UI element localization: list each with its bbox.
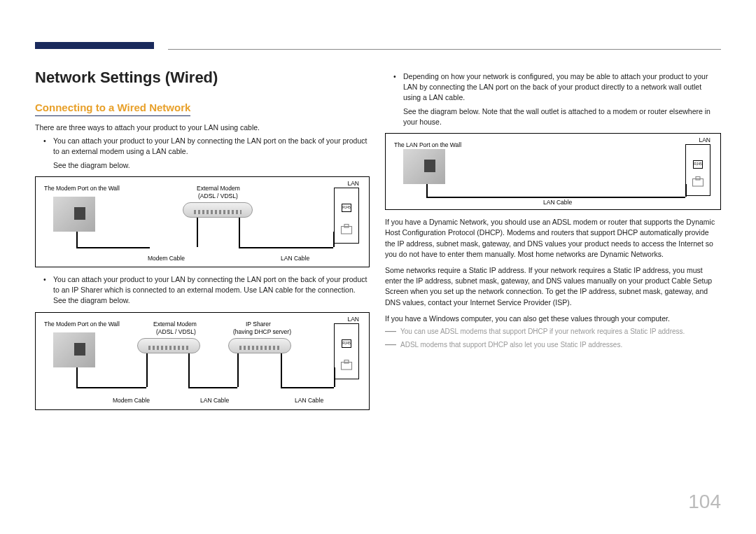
diag2-wall-plate-icon xyxy=(53,332,95,367)
cable-line xyxy=(146,353,148,387)
diag1-modem-icon xyxy=(183,202,253,218)
diag2-lancable1-label: LAN Cable xyxy=(200,396,229,405)
diag2-plug-icon xyxy=(74,343,85,356)
diag2-modem-icon xyxy=(137,338,200,353)
diag1-wall-label: The Modem Port on the Wall xyxy=(44,184,120,192)
bullet-2-text: You can attach your product to your LAN … xyxy=(53,274,370,307)
diag2-sharer-icon xyxy=(228,338,291,353)
bullet-dot-icon: • xyxy=(43,136,53,157)
diag2-modemcable-label: Modem Cable xyxy=(113,396,150,405)
paragraph-dhcp: If you have a Dynamic Network, you shoul… xyxy=(385,217,721,260)
cable-line xyxy=(281,353,282,387)
footnote-1-text: You can use ADSL modems that support DHC… xyxy=(400,327,721,337)
diag3-wall-plate-icon xyxy=(403,149,445,184)
footnote-2: ― ADSL modems that support DHCP also let… xyxy=(385,340,721,351)
cable-line xyxy=(76,247,150,248)
diag1-modemcable-label: Modem Cable xyxy=(148,254,185,262)
bullet-2: • You can attach your product to your LA… xyxy=(43,274,370,307)
diag3-wall-label: The LAN Port on the Wall xyxy=(394,141,461,149)
bullet-1-text: You can attach your product to your LAN … xyxy=(53,136,370,157)
cable-line xyxy=(426,184,428,197)
diag3-lan-device-icon: RJ45 xyxy=(685,144,710,196)
diag1-lancable-label: LAN Cable xyxy=(281,254,309,262)
cable-line xyxy=(333,232,335,247)
diag1-lan-device-icon: RJ45 xyxy=(334,188,359,244)
cable-line xyxy=(76,232,78,247)
see-diagram-3: See the diagram below. Note that the wal… xyxy=(403,106,721,127)
header-rule xyxy=(168,49,721,50)
svg-rect-1 xyxy=(344,224,349,227)
diag3-lancable-label: LAN Cable xyxy=(543,198,572,206)
footnote-2-text: ADSL modems that support DHCP also let y… xyxy=(400,340,721,351)
cable-line xyxy=(281,387,334,388)
footnote-dash-icon: ― xyxy=(385,340,400,351)
cable-line xyxy=(76,387,146,388)
diag3-lan-label: LAN xyxy=(699,136,710,144)
footnote-dash-icon: ― xyxy=(385,327,400,337)
paragraph-windows: If you have a Windows computer, you can … xyxy=(385,314,721,324)
svg-rect-5 xyxy=(696,177,700,181)
cable-line xyxy=(239,247,333,248)
cable-line xyxy=(685,184,687,197)
paragraph-static-ip: Some networks require a Static IP addres… xyxy=(385,265,721,308)
svg-rect-3 xyxy=(344,360,349,363)
cable-line xyxy=(188,353,190,387)
diag2-lan-label: LAN xyxy=(347,315,359,323)
section-title: Connecting to a Wired Network xyxy=(35,101,190,116)
cable-line xyxy=(237,353,239,387)
diag1-lan-label: LAN xyxy=(347,179,359,188)
see-diagram-1: See the diagram below. xyxy=(53,160,370,171)
diag2-lancable2-label: LAN Cable xyxy=(295,396,323,405)
cable-line xyxy=(239,218,240,247)
diag1-rj45-label: RJ45 xyxy=(342,204,351,212)
bullet-dot-icon: • xyxy=(43,274,53,307)
left-column: There are three ways to attach your prod… xyxy=(35,122,370,417)
cable-line xyxy=(76,367,78,387)
cable-line xyxy=(334,367,335,387)
cable-line xyxy=(197,218,198,247)
page-title: Network Settings (Wired) xyxy=(35,69,218,87)
right-column: • Depending on how your network is confi… xyxy=(385,69,721,353)
bullet-dot-icon: • xyxy=(393,71,403,104)
bullet-3: • Depending on how your network is confi… xyxy=(393,71,721,104)
diag2-lan-device-icon: RJ45 xyxy=(334,323,359,379)
diag2-modem-sublabel: (ADSL / VDSL) xyxy=(156,328,196,336)
page-number: 104 xyxy=(688,491,721,513)
diag3-plug-icon xyxy=(424,160,435,172)
cable-line xyxy=(188,387,237,388)
diag2-lan-port-icon xyxy=(340,359,353,372)
diag2-sharer-sublabel: (having DHCP server) xyxy=(233,328,291,336)
bullet-1: • You can attach your product to your LA… xyxy=(43,136,370,157)
header-accent-bar xyxy=(35,42,154,49)
diag2-rj45-label: RJ45 xyxy=(342,339,351,348)
diagram-3: The LAN Port on the Wall LAN RJ45 LAN Ca… xyxy=(385,133,721,210)
diag2-wall-label: The Modem Port on the Wall xyxy=(44,320,120,328)
diag3-rj45-label: RJ45 xyxy=(693,160,703,169)
diag1-plug-icon xyxy=(74,207,85,220)
diag1-modem-sublabel: (ADSL / VDSL) xyxy=(198,192,238,200)
diagram-1: The Modem Port on the Wall External Mode… xyxy=(35,176,370,267)
bullet-3-text: Depending on how your network is configu… xyxy=(403,71,721,104)
diag3-lan-port-icon xyxy=(692,176,704,188)
diagram-2: The Modem Port on the Wall External Mode… xyxy=(35,312,370,410)
diag1-wall-plate-icon xyxy=(53,197,95,232)
footnote-1: ― You can use ADSL modems that support D… xyxy=(385,327,721,337)
diag1-lan-port-icon xyxy=(340,223,353,236)
intro-text: There are three ways to attach your prod… xyxy=(35,122,370,133)
